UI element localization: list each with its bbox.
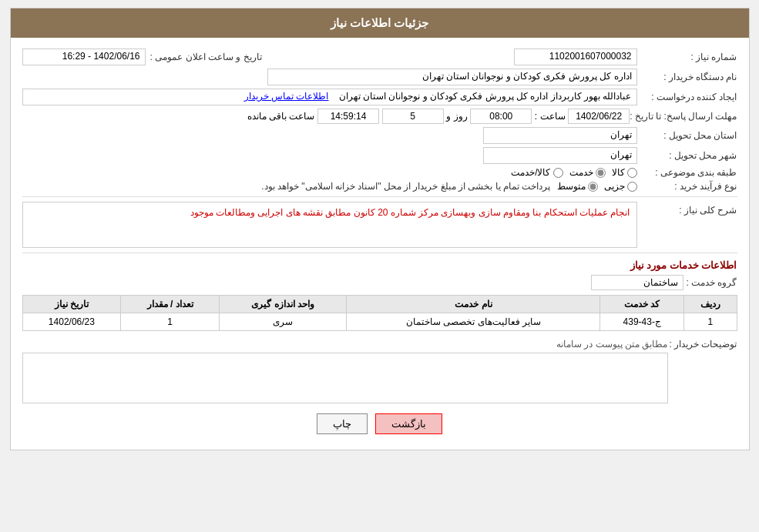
contact-link[interactable]: اطلاعات تماس خریدار bbox=[244, 91, 329, 102]
description-row: شرح کلی نیاز : انجام عملیات استحکام بنا … bbox=[22, 202, 737, 248]
buyer-notes-section: توضیحات خریدار : مطابق متن پیوست در ساما… bbox=[22, 336, 737, 406]
org-name-label: نام دستگاه خریدار : bbox=[637, 72, 737, 82]
city-row: شهر محل تحویل : تهران bbox=[22, 147, 737, 164]
services-section-title: اطلاعات خدمات مورد نیاز bbox=[22, 259, 737, 271]
process-radio-group: جزیی متوسط پرداخت تمام یا بخشی از مبلغ خ… bbox=[261, 181, 636, 192]
page-title: جزئیات اطلاعات نیاز bbox=[331, 16, 428, 29]
deadline-day-label: روز و bbox=[446, 111, 467, 122]
divider-2 bbox=[22, 253, 737, 253]
buyer-notes-textarea[interactable] bbox=[22, 353, 668, 403]
city-label: شهر محل تحویل : bbox=[637, 150, 737, 161]
created-by-text: عبادالله بهور کاربرداز اداره کل پرورش فک… bbox=[339, 91, 632, 102]
category-row: طبقه بندی موضوعی : کالا خدمت کالا/خدمت bbox=[22, 167, 737, 178]
deadline-row: مهلت ارسال پاسخ: تا تاریخ : 1402/06/22 س… bbox=[22, 109, 737, 124]
col-header-date: تاریخ نیاز bbox=[22, 296, 121, 313]
buyer-notes-note: مطابق متن پیوست در سامانه bbox=[22, 339, 668, 350]
announce-value: 1402/06/16 - 16:29 bbox=[22, 49, 146, 65]
category-option-kala-khedmat[interactable]: کالا/خدمت bbox=[511, 167, 563, 178]
category-radio-group: کالا خدمت کالا/خدمت bbox=[511, 167, 636, 178]
service-group-label: گروه خدمت : bbox=[683, 277, 737, 288]
deadline-remaining-value: 14:59:14 bbox=[317, 109, 379, 124]
buyer-notes-label: توضیحات خریدار : bbox=[668, 336, 737, 350]
province-value: تهران bbox=[483, 127, 637, 144]
province-row: استان محل تحویل : تهران bbox=[22, 127, 737, 144]
process-option-jozi[interactable]: جزیی bbox=[604, 181, 637, 192]
deadline-time-label: ساعت : bbox=[535, 111, 566, 122]
cell-code: ج-43-439 bbox=[600, 313, 684, 331]
process-row: نوع فرآیند خرید : جزیی متوسط پرداخت تمام… bbox=[22, 181, 737, 192]
category-option-khedmat[interactable]: خدمت bbox=[569, 167, 606, 178]
service-group-value: ساختمان bbox=[591, 275, 683, 290]
services-table: ردیف کد خدمت نام خدمت واحد اندازه گیری ت… bbox=[22, 295, 737, 331]
service-group-row: گروه خدمت : ساختمان bbox=[22, 275, 737, 290]
deadline-remaining-label: ساعت باقی مانده bbox=[247, 111, 315, 122]
description-label: شرح کلی نیاز : bbox=[637, 202, 737, 216]
buyer-notes-wrapper: مطابق متن پیوست در سامانه bbox=[22, 336, 668, 406]
need-number-value: 1102001607000032 bbox=[514, 49, 637, 65]
description-box: انجام عملیات استحکام بنا ومقاوم سازی وبه… bbox=[22, 202, 637, 248]
process-option-motavaset[interactable]: متوسط bbox=[557, 181, 598, 192]
province-label: استان محل تحویل : bbox=[637, 130, 737, 141]
divider-1 bbox=[22, 196, 737, 197]
cell-name: سایر فعالیت‌های تخصصی ساختمان bbox=[347, 313, 600, 331]
deadline-days-value: 5 bbox=[382, 109, 444, 124]
created-by-label: ایجاد کننده درخواست : bbox=[637, 92, 737, 102]
print-button[interactable]: چاپ bbox=[317, 413, 368, 434]
cell-date: 1402/06/23 bbox=[22, 313, 121, 331]
description-text: انجام عملیات استحکام بنا ومقاوم سازی وبه… bbox=[190, 207, 630, 218]
table-header-row: ردیف کد خدمت نام خدمت واحد اندازه گیری ت… bbox=[22, 296, 737, 313]
cell-unit: سری bbox=[219, 313, 347, 331]
main-container: جزئیات اطلاعات نیاز شماره نیاز : 1102001… bbox=[10, 8, 750, 450]
created-by-row: ایجاد کننده درخواست : عبادالله بهور کارب… bbox=[22, 89, 737, 105]
deadline-label: مهلت ارسال پاسخ: تا تاریخ : bbox=[630, 111, 737, 122]
col-header-row: ردیف bbox=[684, 296, 737, 313]
org-name-row: نام دستگاه خریدار : اداره کل پرورش فکری … bbox=[22, 69, 737, 85]
table-row: 1ج-43-439سایر فعالیت‌های تخصصی ساختمانسر… bbox=[22, 313, 737, 331]
need-number-label: شماره نیاز : bbox=[637, 52, 737, 62]
col-header-qty: تعداد / مقدار bbox=[121, 296, 220, 313]
announce-label: تاریخ و ساعت اعلان عمومی : bbox=[150, 52, 262, 62]
button-row: بازگشت چاپ bbox=[22, 413, 737, 434]
back-button[interactable]: بازگشت bbox=[375, 413, 442, 434]
need-number-row: شماره نیاز : 1102001607000032 تاریخ و سا… bbox=[22, 49, 737, 65]
col-header-unit: واحد اندازه گیری bbox=[219, 296, 347, 313]
col-header-name: نام خدمت bbox=[347, 296, 600, 313]
page-header: جزئیات اطلاعات نیاز bbox=[11, 8, 749, 38]
process-label: نوع فرآیند خرید : bbox=[637, 181, 737, 192]
category-label: طبقه بندی موضوعی : bbox=[637, 167, 737, 178]
created-by-value: عبادالله بهور کاربرداز اداره کل پرورش فک… bbox=[22, 89, 637, 105]
org-name-value: اداره کل پرورش فکری کودکان و نوجوانان اس… bbox=[267, 69, 637, 85]
col-header-code: کد خدمت bbox=[600, 296, 684, 313]
deadline-date-value: 1402/06/22 bbox=[568, 109, 630, 124]
category-option-kala[interactable]: کالا bbox=[612, 167, 637, 178]
cell-row: 1 bbox=[684, 313, 737, 331]
page-content: شماره نیاز : 1102001607000032 تاریخ و سا… bbox=[11, 38, 749, 450]
city-value: تهران bbox=[483, 147, 637, 164]
process-note: پرداخت تمام یا بخشی از مبلغ خریدار از مح… bbox=[261, 181, 550, 192]
deadline-time-value: 08:00 bbox=[470, 109, 532, 124]
cell-quantity: 1 bbox=[121, 313, 220, 331]
